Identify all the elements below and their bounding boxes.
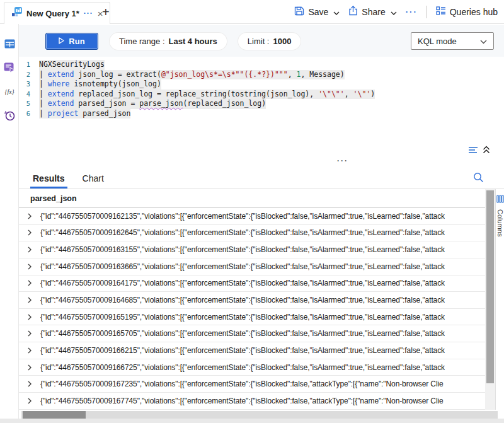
code-line: 3| where isnotempty(json_log) <box>19 79 504 90</box>
table-row[interactable]: {"id":"4467550570009164175","violations"… <box>19 275 485 293</box>
collapse-editor-button[interactable] <box>469 144 490 156</box>
row-json-text: {"id":"4467550570009165195","violations"… <box>40 313 445 322</box>
code-text: | extend parsed_json = parse_json(replac… <box>39 99 266 109</box>
expand-row-icon[interactable] <box>19 314 40 320</box>
expand-row-icon[interactable] <box>19 213 40 219</box>
queries-hub-button[interactable]: Queries hub <box>436 6 498 17</box>
splitter-handle[interactable]: ··· <box>337 156 348 165</box>
left-sidebar: {fx} <box>0 24 19 423</box>
row-json-text: {"id":"4467550570009162135","violations"… <box>40 212 445 221</box>
tab-more-button[interactable]: ··· <box>84 9 93 18</box>
row-json-text: {"id":"4467550570009162645","violations"… <box>40 228 445 237</box>
table-row[interactable]: {"id":"4467550570009166215","violations"… <box>19 342 485 359</box>
table-row[interactable]: {"id":"4467550570009162135","violations"… <box>19 208 485 225</box>
column-header: parsed_json <box>19 189 485 208</box>
expand-row-icon[interactable] <box>19 280 40 286</box>
code-text: | where isnotempty(json_log) <box>39 79 161 90</box>
chevron-down-icon <box>333 7 340 17</box>
search-icon[interactable] <box>473 172 484 185</box>
code-text: | project parsed_json <box>39 109 130 119</box>
adx-app-icon <box>12 7 22 20</box>
code-line: 2| extend json_log = extract(@"json_log\… <box>19 70 504 80</box>
expand-row-icon[interactable] <box>19 297 40 303</box>
chevron-down-icon <box>480 37 487 46</box>
play-icon <box>59 37 64 46</box>
queries-hub-icon <box>436 6 446 17</box>
code-text: NGXSecurityLogs <box>39 60 105 70</box>
divider <box>427 6 427 18</box>
panel-splitter[interactable]: ··· <box>19 159 504 168</box>
time-range-value: Last 4 hours <box>169 37 217 46</box>
query-editor[interactable]: 1NGXSecurityLogs2| extend json_log = ext… <box>19 57 504 159</box>
kql-mode-value: KQL mode <box>418 37 457 46</box>
new-tab-button[interactable]: + <box>102 5 110 20</box>
more-options-button[interactable]: ··· <box>406 7 418 16</box>
code-text: | extend replaced_json_log = replace_str… <box>39 90 375 100</box>
row-json-text: {"id":"4467550570009163155","violations"… <box>40 245 445 254</box>
table-row[interactable]: {"id":"4467550570009165705","violations"… <box>19 325 485 342</box>
line-number: 5 <box>19 99 39 109</box>
table-row[interactable]: {"id":"4467550570009167235","violations"… <box>19 376 485 393</box>
limit-picker[interactable]: Limit : 1000 <box>238 33 301 50</box>
query-toolbar: Run Time range : Last 4 hours Limit : 10… <box>19 25 504 57</box>
query-tab[interactable]: New Query 1* ··· × <box>4 2 110 24</box>
code-line: 5| extend parsed_json = parse_json(repla… <box>19 99 504 109</box>
row-json-text: {"id":"4467550570009167745","violations"… <box>40 397 444 405</box>
row-json-text: {"id":"4467550570009163665","violations"… <box>40 262 445 271</box>
vertical-scrollbar-thumb[interactable] <box>486 190 494 383</box>
expand-row-icon[interactable] <box>19 264 40 270</box>
results-panel: Results Chart parsed_json {"id":"4467550… <box>19 168 504 419</box>
tab-results[interactable]: Results <box>33 173 65 188</box>
history-icon[interactable] <box>0 103 19 127</box>
main-panel: Run Time range : Last 4 hours Limit : 10… <box>19 24 504 423</box>
tab-bar: New Query 1* ··· × + Save Share ··· Quer… <box>0 0 504 24</box>
expand-row-icon[interactable] <box>19 398 40 404</box>
table-row[interactable]: {"id":"4467550570009163665","violations"… <box>19 258 485 275</box>
line-number: 6 <box>19 109 39 119</box>
time-range-picker[interactable]: Time range : Last 4 hours <box>110 33 227 50</box>
limit-label: Limit : <box>248 37 270 46</box>
top-actions: Save Share ··· Queries hub <box>294 0 498 23</box>
window-bottom-edge <box>0 419 504 423</box>
tables-icon[interactable] <box>0 32 19 55</box>
results-tab-bar: Results Chart <box>19 168 504 189</box>
row-json-text: {"id":"4467550570009166725","violations"… <box>40 363 445 372</box>
kql-mode-select[interactable]: KQL mode <box>411 32 494 50</box>
save-button[interactable]: Save <box>294 6 340 18</box>
line-number: 4 <box>19 90 39 100</box>
row-json-text: {"id":"4467550570009164175","violations"… <box>40 279 445 287</box>
expand-row-icon[interactable] <box>19 330 40 337</box>
expand-row-icon[interactable] <box>19 381 40 387</box>
table-row[interactable]: {"id":"4467550570009167745","violations"… <box>19 393 485 410</box>
expand-row-icon[interactable] <box>19 364 40 371</box>
share-button[interactable]: Share <box>348 6 396 18</box>
table-row[interactable]: {"id":"4467550570009166725","violations"… <box>19 359 485 376</box>
saved-scripts-icon[interactable] <box>0 55 19 79</box>
horizontal-scrollbar[interactable] <box>21 411 498 419</box>
run-button[interactable]: Run <box>45 33 98 50</box>
save-icon <box>294 6 304 18</box>
limit-value: 1000 <box>273 37 291 46</box>
expand-row-icon[interactable] <box>19 347 40 354</box>
table-row[interactable]: {"id":"4467550570009165195","violations"… <box>19 309 485 326</box>
table-row[interactable]: {"id":"4467550570009164685","violations"… <box>19 292 485 309</box>
queries-hub-label: Queries hub <box>450 7 498 17</box>
columns-label: Columns <box>496 209 504 236</box>
run-label: Run <box>69 37 84 46</box>
columns-panel-toggle[interactable]: Columns <box>495 189 504 410</box>
table-row[interactable]: {"id":"4467550570009163155","violations"… <box>19 241 485 258</box>
expand-row-icon[interactable] <box>19 229 40 236</box>
horizontal-scrollbar-thumb[interactable] <box>23 411 86 419</box>
expand-row-icon[interactable] <box>19 246 40 253</box>
vertical-scrollbar[interactable] <box>485 189 495 410</box>
rows-container: {"id":"4467550570009162135","violations"… <box>19 208 485 410</box>
table-row[interactable]: {"id":"4467550570009162645","violations"… <box>19 225 485 242</box>
row-json-text: {"id":"4467550570009164685","violations"… <box>40 296 445 304</box>
functions-icon[interactable]: {fx} <box>0 79 19 103</box>
code-line: 1NGXSecurityLogs <box>19 60 504 70</box>
row-json-text: {"id":"4467550570009166215","violations"… <box>40 346 445 355</box>
time-range-label: Time range : <box>119 37 165 46</box>
code-line: 4| extend replaced_json_log = replace_st… <box>19 90 504 100</box>
results-table: parsed_json {"id":"4467550570009162135",… <box>19 189 485 410</box>
tab-chart[interactable]: Chart <box>83 173 104 188</box>
